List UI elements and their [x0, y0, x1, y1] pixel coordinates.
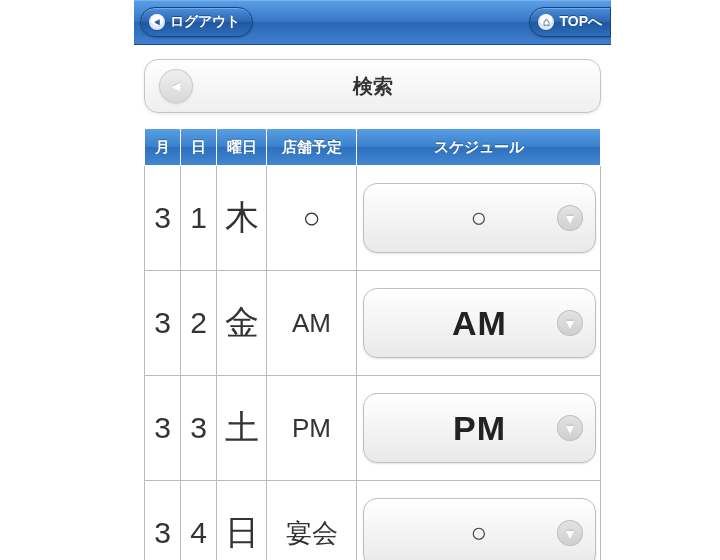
- top-label: TOPへ: [559, 13, 602, 31]
- cell-weekday: 土: [217, 376, 267, 481]
- schedule-dropdown-label: ○: [471, 202, 489, 234]
- schedule-dropdown-label: PM: [453, 409, 506, 448]
- schedule-dropdown[interactable]: PM: [363, 393, 596, 463]
- cell-store-plan: ○: [267, 166, 357, 271]
- table-row: 32金AMAM: [145, 271, 601, 376]
- cell-store-plan: PM: [267, 376, 357, 481]
- cell-day: 4: [181, 481, 217, 561]
- app-frame: ログアウト TOPへ 検索 月 日 曜日 店舗予定 スケジュール: [134, 0, 611, 560]
- cell-weekday: 日: [217, 481, 267, 561]
- chevron-down-icon: [557, 520, 583, 546]
- header-weekday: 曜日: [217, 129, 267, 166]
- cell-day: 2: [181, 271, 217, 376]
- chevron-down-icon: [557, 415, 583, 441]
- schedule-dropdown[interactable]: ○: [363, 498, 596, 560]
- schedule-dropdown-label: AM: [452, 304, 507, 343]
- header-day: 日: [181, 129, 217, 166]
- chevron-down-icon: [557, 205, 583, 231]
- header-schedule: スケジュール: [357, 129, 601, 166]
- cell-month: 3: [145, 166, 181, 271]
- cell-month: 3: [145, 376, 181, 481]
- cell-month: 3: [145, 271, 181, 376]
- schedule-table-wrap: 月 日 曜日 店舗予定 スケジュール 31木○○32金AMAM33土PMPM34…: [134, 129, 611, 560]
- cell-schedule: PM: [357, 376, 601, 481]
- table-row: 34日宴会○: [145, 481, 601, 561]
- schedule-dropdown[interactable]: ○: [363, 183, 596, 253]
- cell-day: 1: [181, 166, 217, 271]
- search-label: 検索: [159, 73, 586, 100]
- topbar: ログアウト TOPへ: [134, 0, 611, 45]
- cell-weekday: 金: [217, 271, 267, 376]
- schedule-dropdown[interactable]: AM: [363, 288, 596, 358]
- schedule-dropdown-label: ○: [471, 517, 489, 549]
- cell-weekday: 木: [217, 166, 267, 271]
- back-arrow-icon: [149, 14, 165, 30]
- cell-day: 3: [181, 376, 217, 481]
- schedule-table: 月 日 曜日 店舗予定 スケジュール 31木○○32金AMAM33土PMPM34…: [144, 129, 601, 560]
- search-section: 検索: [134, 45, 611, 129]
- table-row: 33土PMPM: [145, 376, 601, 481]
- logout-label: ログアウト: [170, 13, 240, 31]
- cell-schedule: ○: [357, 166, 601, 271]
- chevron-down-icon: [557, 310, 583, 336]
- home-icon: [538, 14, 554, 30]
- table-row: 31木○○: [145, 166, 601, 271]
- search-bar[interactable]: 検索: [144, 59, 601, 113]
- table-header-row: 月 日 曜日 店舗予定 スケジュール: [145, 129, 601, 166]
- cell-store-plan: AM: [267, 271, 357, 376]
- cell-schedule: ○: [357, 481, 601, 561]
- header-store-plan: 店舗予定: [267, 129, 357, 166]
- cell-store-plan: 宴会: [267, 481, 357, 561]
- cell-schedule: AM: [357, 271, 601, 376]
- header-month: 月: [145, 129, 181, 166]
- cell-month: 3: [145, 481, 181, 561]
- logout-button[interactable]: ログアウト: [140, 7, 253, 37]
- top-button[interactable]: TOPへ: [529, 7, 611, 37]
